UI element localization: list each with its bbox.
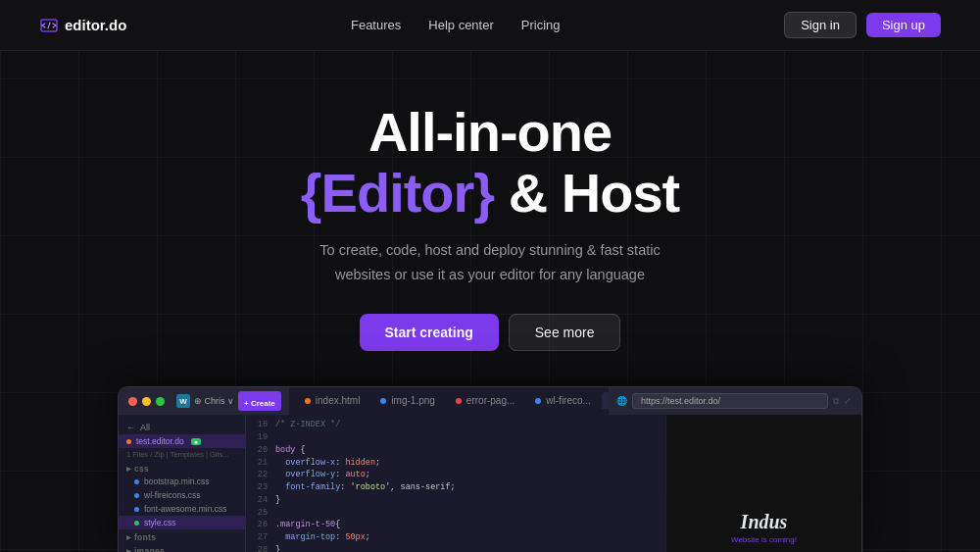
wp-icon: W: [176, 394, 190, 408]
editor-code-panel: 18/* Z-INDEX */ 19 20body { 21 overflow-…: [246, 415, 665, 552]
tab-index-html[interactable]: index.html: [295, 392, 370, 409]
sidebar-folder-fonts[interactable]: ▸ fonts: [119, 529, 245, 543]
hero-subtitle: To create, code, host and deploy stunnin…: [304, 238, 676, 286]
editor-preview: W ⊕ Chris ∨ + Create index.html img-1.pn…: [118, 386, 862, 552]
logo-icon: [39, 16, 59, 35]
code-line: 24}: [254, 494, 658, 507]
tab-label-img: img-1.png: [391, 395, 434, 406]
code-line: 18/* Z-INDEX */: [254, 419, 658, 431]
page-container: editor.do Features Help center Pricing S…: [0, 0, 980, 552]
hero-editor-text: {Editor}: [301, 162, 494, 224]
browser-icon: 🌐: [616, 396, 627, 406]
logo[interactable]: editor.do: [39, 16, 126, 35]
sidebar-stylecss[interactable]: style.css: [119, 516, 245, 529]
tab-dot-html: [305, 398, 311, 404]
tab-label-error: error-pag...: [466, 395, 514, 406]
tab-error[interactable]: error-pag...: [446, 392, 524, 409]
minimize-button-tl[interactable]: [142, 397, 151, 406]
create-button[interactable]: + Create: [238, 391, 281, 411]
sidebar-meta: 1 Files / Zip | Templates | Gits...: [119, 448, 245, 461]
nav-help[interactable]: Help center: [428, 18, 493, 32]
copy-icon[interactable]: ⧉: [833, 396, 839, 407]
sidebar-fontawesome[interactable]: font-awesome.min.css: [119, 502, 245, 516]
code-line: 26.margin-t-50{: [254, 519, 658, 531]
close-button-tl[interactable]: [128, 397, 137, 406]
code-line: 20body {: [254, 444, 658, 457]
tab-img[interactable]: img-1.png: [370, 392, 444, 409]
tab-dot-error: [456, 398, 462, 404]
preview-content: Indus Website is coming!: [731, 511, 797, 544]
hero-title-line2: {Editor} & Host: [301, 163, 679, 224]
preview-panel: Indus Website is coming!: [665, 415, 861, 552]
address-bar[interactable]: https://test.editor.do/: [632, 393, 828, 409]
code-line: 23 font-family: 'roboto', sans-serif;: [254, 481, 658, 494]
code-line: 27 margin-top: 50px;: [254, 531, 658, 544]
fullscreen-button-tl[interactable]: [156, 397, 165, 406]
hero-section: All-in-one {Editor} & Host To create, co…: [0, 51, 980, 386]
sidebar-project[interactable]: test.editor.do ●: [119, 434, 245, 448]
project-dot: [126, 439, 131, 444]
nav-actions: Sign in Sign up: [784, 12, 941, 38]
tab-label-html: index.html: [316, 395, 361, 406]
sidebar-folder-images[interactable]: ▸ images: [119, 543, 245, 552]
navbar: editor.do Features Help center Pricing S…: [0, 0, 980, 51]
code-line: 21 overflow-x: hidden;: [254, 457, 658, 470]
see-more-button[interactable]: See more: [509, 314, 621, 351]
editor-tabs: index.html img-1.png error-pag... wl-fir…: [289, 386, 609, 417]
preview-title: Indus: [731, 511, 797, 533]
editor-sidebar: ← All test.editor.do ● 1 Files / Zip | T…: [119, 415, 246, 552]
logo-text: editor.do: [65, 17, 126, 33]
sidebar-wl[interactable]: wl-fireicons.css: [119, 488, 245, 502]
tab-label-wl: wl-fireco...: [546, 395, 591, 406]
tab-wl[interactable]: wl-fireco...: [525, 392, 601, 409]
editor-body: ← All test.editor.do ● 1 Files / Zip | T…: [119, 415, 861, 552]
sidebar-all[interactable]: ← All: [119, 421, 245, 434]
signin-button[interactable]: Sign in: [784, 12, 857, 38]
user-label: ⊕ Chris ∨: [194, 396, 234, 406]
code-line: 19: [254, 431, 658, 444]
start-creating-button[interactable]: Start creating: [360, 314, 499, 351]
traffic-lights: [128, 397, 165, 406]
expand-icon[interactable]: ⤢: [844, 396, 852, 406]
nav-features[interactable]: Features: [351, 18, 401, 32]
code-line: 22 overflow-y: auto;: [254, 469, 658, 481]
code-line: 25: [254, 507, 658, 520]
hero-host-text: & Host: [509, 162, 679, 224]
code-line: 28}: [254, 544, 658, 552]
tab-style-css[interactable]: style.css ×: [602, 392, 609, 409]
nav-pricing[interactable]: Pricing: [521, 18, 561, 32]
hero-title-line1: All-in-one: [368, 102, 612, 163]
nav-links: Features Help center Pricing: [351, 18, 561, 32]
sidebar-folder-css[interactable]: ▸ css: [119, 461, 245, 475]
hero-buttons: Start creating See more: [360, 314, 621, 351]
signup-button[interactable]: Sign up: [866, 13, 941, 37]
preview-subtitle: Website is coming!: [731, 535, 797, 544]
sidebar-bootstrap[interactable]: bootstrap.min.css: [119, 475, 245, 488]
tab-dot-wl: [535, 398, 541, 404]
live-badge: ●: [191, 438, 201, 445]
tab-dot-img: [380, 398, 386, 404]
